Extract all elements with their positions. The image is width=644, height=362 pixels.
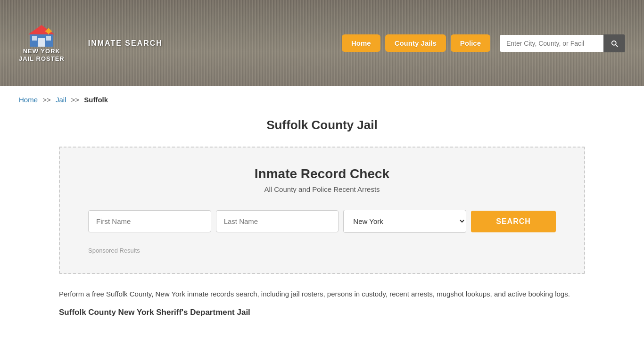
inmate-search-label: INMATE SEARCH	[88, 39, 163, 48]
header-search-button[interactable]	[603, 34, 625, 52]
page-title-area: Suffolk County Jail	[0, 113, 644, 147]
svg-rect-3	[32, 36, 37, 41]
description-heading-1: Suffolk County New York Sheriff's Depart…	[59, 308, 585, 317]
logo-text: NEW YORK JAIL ROSTER	[19, 48, 65, 62]
breadcrumb: Home >> Jail >> Suffolk	[0, 86, 644, 113]
record-check-subtitle: All County and Police Recent Arrests	[88, 185, 556, 193]
nav-area: Home County Jails Police	[342, 34, 490, 52]
breadcrumb-sep-1: >>	[42, 96, 51, 104]
svg-rect-2	[38, 38, 45, 47]
breadcrumb-home-link[interactable]: Home	[19, 96, 38, 104]
nav-home-button[interactable]: Home	[342, 34, 380, 52]
breadcrumb-sep-2: >>	[71, 96, 80, 104]
nav-county-jails-button[interactable]: County Jails	[385, 34, 446, 52]
sponsored-results: Sponsored Results	[88, 247, 556, 254]
logo-area: NEW YORK JAIL ROSTER	[19, 24, 65, 62]
state-select[interactable]: AlabamaAlaskaArizonaArkansasCaliforniaCo…	[343, 210, 466, 233]
first-name-input[interactable]	[88, 210, 211, 232]
header-search-area	[500, 34, 625, 52]
svg-marker-1	[28, 25, 55, 34]
description-area: Perform a free Suffolk County, New York …	[0, 274, 644, 331]
logo-icon	[27, 24, 56, 48]
nav-police-button[interactable]: Police	[451, 34, 490, 52]
search-form-row: AlabamaAlaskaArizonaArkansasCaliforniaCo…	[88, 210, 556, 233]
description-paragraph-1: Perform a free Suffolk County, New York …	[59, 288, 585, 300]
last-name-input[interactable]	[216, 210, 339, 232]
record-check-section: Inmate Record Check All County and Polic…	[59, 147, 585, 274]
search-button[interactable]: SEARCH	[471, 211, 556, 232]
record-check-title: Inmate Record Check	[88, 166, 556, 181]
header-search-input[interactable]	[500, 35, 603, 52]
svg-rect-4	[46, 36, 51, 41]
breadcrumb-current: Suffolk	[84, 96, 108, 104]
page-title: Suffolk County Jail	[19, 118, 625, 132]
breadcrumb-jail-link[interactable]: Jail	[56, 96, 66, 104]
search-icon	[610, 39, 619, 48]
site-header: NEW YORK JAIL ROSTER INMATE SEARCH Home …	[0, 0, 644, 86]
